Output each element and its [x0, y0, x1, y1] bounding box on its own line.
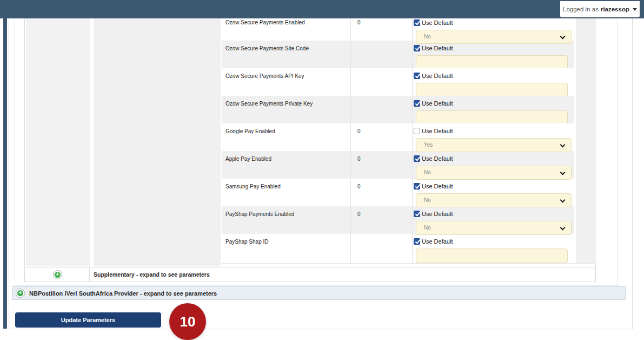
filler-cell — [576, 123, 596, 153]
parameter-input[interactable] — [416, 83, 568, 97]
chevron-down-icon — [560, 34, 566, 40]
parameter-row: Ozow Secure Payments Enabled0Use Default… — [222, 18, 596, 41]
parameter-name: PayShap Payments Enabled — [222, 206, 351, 236]
parameter-select[interactable]: Yes — [416, 138, 572, 152]
parameter-name: PayShap Shap ID — [222, 234, 351, 264]
parameter-input[interactable] — [416, 249, 568, 263]
use-default-row[interactable]: Use Default — [414, 182, 574, 189]
parameter-default-value — [351, 68, 413, 98]
parameter-input[interactable] — [416, 55, 568, 70]
top-navigation-bar: Logged in as riazessop — [0, 0, 644, 18]
use-default-label: Use Default — [422, 19, 453, 26]
use-default-row[interactable]: Use Default — [414, 100, 574, 107]
provider-parameters-table: Ozow Secure Payments Enabled0Use Default… — [24, 18, 596, 282]
supplementary-icon-cell — [26, 267, 90, 282]
parameter-default-value: 0 — [351, 179, 413, 208]
parameter-row: PayShap Shap IDUse Default — [222, 234, 596, 261]
use-default-label: Use Default — [422, 100, 453, 107]
step-badge: 10 — [169, 303, 206, 340]
parameter-row: Samsung Pay Enabled0Use DefaultNo — [222, 179, 596, 206]
filler-cell — [576, 68, 596, 98]
use-default-checkbox[interactable] — [414, 73, 420, 79]
parameter-control-cell: Use Default — [413, 41, 574, 70]
update-parameters-button[interactable]: Update Parameters — [15, 312, 161, 328]
filler-cell — [576, 96, 596, 126]
use-default-checkbox[interactable] — [414, 211, 420, 217]
use-default-checkbox[interactable] — [414, 45, 420, 51]
parameter-control-cell: Use DefaultNo — [413, 179, 574, 208]
expand-plus-icon[interactable] — [53, 270, 62, 279]
parameter-control-cell: Use Default — [413, 96, 574, 126]
chevron-down-icon — [560, 170, 566, 175]
filler-cell — [576, 151, 596, 180]
chevron-down-icon — [560, 198, 566, 203]
group-row-supplementary[interactable]: Supplementary - expand to see parameters — [25, 267, 595, 282]
provider-label: NBPostilion iVeri SouthAfrica Provider -… — [29, 290, 217, 297]
parameter-default-value — [351, 234, 413, 264]
use-default-label: Use Default — [422, 155, 453, 162]
parameter-row: Ozow Secure Payments Private KeyUse Defa… — [222, 96, 596, 123]
use-default-row[interactable]: Use Default — [414, 19, 574, 26]
parameter-row: Ozow Secure Payments API KeyUse Default — [222, 68, 596, 96]
parameter-name: Samsung Pay Enabled — [222, 179, 351, 208]
user-menu[interactable]: Logged in as riazessop — [560, 1, 640, 17]
group-label: Supplementary - expand to see parameters — [94, 267, 210, 282]
left-edge-strip — [3, 18, 7, 329]
parameter-default-value: 0 — [351, 123, 413, 153]
use-default-checkbox[interactable] — [414, 100, 420, 107]
parameter-row: Apple Pay Enabled0Use DefaultNo — [222, 151, 596, 179]
use-default-checkbox[interactable] — [414, 19, 420, 26]
parameter-control-cell: Use Default — [413, 68, 574, 98]
parameter-select[interactable]: No — [416, 193, 572, 207]
use-default-checkbox[interactable] — [414, 155, 420, 162]
use-default-label: Use Default — [422, 238, 453, 245]
use-default-label: Use Default — [422, 73, 453, 79]
parameter-name: Apple Pay Enabled — [222, 151, 351, 180]
parameter-row: Google Pay Enabled0Use DefaultYes — [222, 123, 596, 151]
filler-cell — [576, 41, 596, 70]
chevron-down-icon — [560, 225, 566, 231]
use-default-row[interactable]: Use Default — [414, 127, 574, 134]
username: riazessop — [601, 6, 629, 12]
filler-cell — [576, 179, 596, 208]
parameter-input[interactable] — [416, 110, 568, 125]
plus-glyph — [55, 272, 61, 278]
chevron-down-icon — [560, 142, 566, 148]
use-default-checkbox[interactable] — [414, 128, 420, 134]
parameter-name: Google Pay Enabled — [222, 123, 351, 153]
parameter-control-cell: Use DefaultNo — [413, 206, 574, 236]
parameter-default-value: 0 — [351, 151, 413, 180]
use-default-row[interactable]: Use Default — [414, 155, 574, 162]
use-default-checkbox[interactable] — [414, 238, 420, 245]
expanded-group-name-cell — [94, 18, 221, 266]
parameter-control-cell: Use DefaultNo — [413, 151, 574, 180]
parameter-row: Ozow Secure Payments Site CodeUse Defaul… — [222, 41, 596, 68]
parameter-default-value — [351, 96, 413, 126]
plus-glyph — [17, 290, 23, 296]
provider-row-nbpostilion[interactable]: NBPostilion iVeri SouthAfrica Provider -… — [12, 286, 626, 300]
parameter-row: PayShap Payments Enabled0Use DefaultNo — [222, 206, 596, 234]
parameter-name: Ozow Secure Payments Site Code — [222, 41, 351, 70]
use-default-checkbox[interactable] — [414, 183, 420, 189]
parameter-control-cell: Use DefaultNo — [413, 18, 574, 44]
filler-cell — [576, 234, 596, 264]
parameter-name: Ozow Secure Payments Private Key — [222, 96, 351, 126]
parameter-select[interactable]: No — [416, 166, 572, 180]
caret-down-icon — [633, 8, 637, 11]
parameter-rows: Ozow Secure Payments Enabled0Use Default… — [222, 18, 596, 261]
parameter-default-value: 0 — [351, 206, 413, 236]
parameter-select[interactable]: No — [416, 221, 572, 235]
use-default-row[interactable]: Use Default — [414, 210, 574, 217]
use-default-label: Use Default — [422, 211, 453, 217]
parameter-control-cell: Use Default — [413, 234, 574, 264]
use-default-row[interactable]: Use Default — [414, 44, 574, 51]
use-default-label: Use Default — [422, 45, 453, 51]
parameter-default-value — [351, 41, 413, 70]
use-default-row[interactable]: Use Default — [414, 238, 574, 245]
filler-cell — [576, 206, 596, 236]
parameter-select[interactable]: No — [416, 30, 572, 44]
use-default-row[interactable]: Use Default — [414, 72, 574, 79]
expand-plus-icon[interactable] — [16, 289, 25, 298]
use-default-label: Use Default — [422, 183, 453, 189]
page: Logged in as riazessop Ozow Secure Payme… — [0, 0, 644, 340]
